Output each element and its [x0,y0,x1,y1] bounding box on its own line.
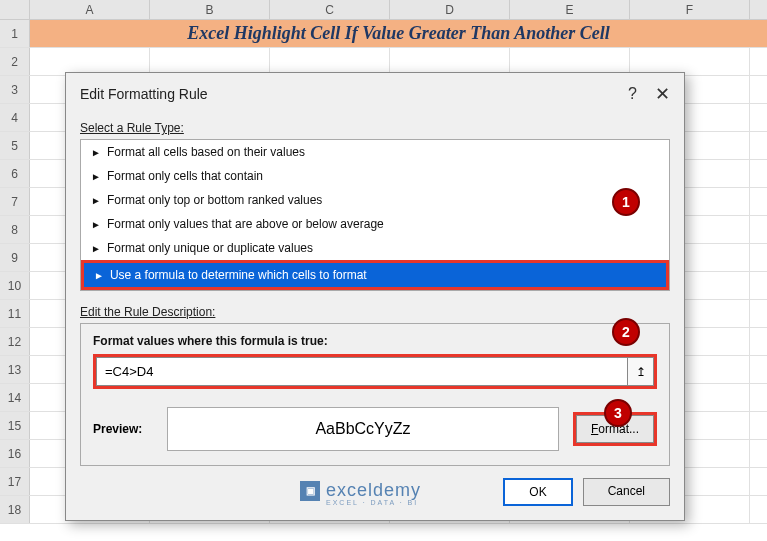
col-header[interactable]: F [630,0,750,19]
rule-type-item[interactable]: ►Format only values that are above or be… [81,212,669,236]
rule-type-item[interactable]: ►Format only top or bottom ranked values [81,188,669,212]
row-header[interactable]: 9 [0,244,30,271]
row-header[interactable]: 5 [0,132,30,159]
cell[interactable] [270,48,390,75]
bullet-icon: ► [91,195,101,206]
ok-button[interactable]: OK [503,478,572,506]
row-header[interactable]: 17 [0,468,30,495]
cell[interactable] [630,48,750,75]
cell[interactable] [390,48,510,75]
column-headers: A B C D E F [0,0,767,20]
bullet-icon: ► [91,243,101,254]
collapse-icon: ↥ [636,365,646,379]
select-rule-type-label: Select a Rule Type: [80,121,670,135]
rule-type-item[interactable]: ►Format all cells based on their values [81,140,669,164]
row-header[interactable]: 16 [0,440,30,467]
row-header[interactable]: 12 [0,328,30,355]
row-header[interactable]: 7 [0,188,30,215]
page-title: Excel Highlight Cell If Value Greater Th… [187,23,609,44]
row-header[interactable]: 14 [0,384,30,411]
col-header[interactable]: B [150,0,270,19]
row-header[interactable]: 11 [0,300,30,327]
help-button[interactable]: ? [628,85,637,103]
title-cell[interactable]: Excel Highlight Cell If Value Greater Th… [30,20,767,47]
bullet-icon: ► [94,270,104,281]
close-button[interactable]: ✕ [655,83,670,105]
row-header[interactable]: 3 [0,76,30,103]
rule-type-item-formula[interactable]: ►Use a formula to determine which cells … [84,263,666,287]
watermark-icon: ▣ [300,481,320,501]
range-selector-button[interactable]: ↥ [628,357,654,386]
bullet-icon: ► [91,147,101,158]
col-header[interactable]: C [270,0,390,19]
formula-input[interactable] [96,357,628,386]
row-header[interactable]: 18 [0,496,30,523]
preview-box: AaBbCcYyZz [167,407,559,451]
dialog-titlebar[interactable]: Edit Formatting Rule ? ✕ [66,73,684,115]
watermark-sub: EXCEL · DATA · BI [326,499,421,506]
formula-input-highlight: ↥ [93,354,657,389]
row-header[interactable]: 4 [0,104,30,131]
col-header[interactable]: E [510,0,630,19]
callout-2: 2 [612,318,640,346]
format-values-label: Format values where this formula is true… [93,334,657,348]
bullet-icon: ► [91,219,101,230]
rule-label: Format only values that are above or bel… [107,217,384,231]
watermark: ▣ exceldemy EXCEL · DATA · BI [300,480,421,506]
callout-3: 3 [604,399,632,427]
select-all-corner[interactable] [0,0,30,19]
dialog-title: Edit Formatting Rule [80,86,208,102]
rule-label: Format all cells based on their values [107,145,305,159]
col-header[interactable]: D [390,0,510,19]
cancel-button[interactable]: Cancel [583,478,670,506]
rule-type-list: ►Format all cells based on their values … [80,139,670,291]
watermark-name: exceldemy [326,480,421,501]
edit-rule-description-label: Edit the Rule Description: [80,305,670,319]
row-header[interactable]: 1 [0,20,30,47]
col-header[interactable]: A [30,0,150,19]
row-header[interactable]: 13 [0,356,30,383]
rule-label: Use a formula to determine which cells t… [110,268,367,282]
callout-1: 1 [612,188,640,216]
edit-formatting-rule-dialog: Edit Formatting Rule ? ✕ Select a Rule T… [65,72,685,521]
title-row: 1 Excel Highlight Cell If Value Greater … [0,20,767,48]
cell[interactable] [150,48,270,75]
row-header[interactable]: 10 [0,272,30,299]
rule-label: Format only cells that contain [107,169,263,183]
preview-label: Preview: [93,422,153,436]
cell[interactable] [30,48,150,75]
row-header[interactable]: 8 [0,216,30,243]
rule-label: Format only top or bottom ranked values [107,193,322,207]
row-header[interactable]: 2 [0,48,30,75]
row-header[interactable]: 6 [0,160,30,187]
rule-label: Format only unique or duplicate values [107,241,313,255]
rule-description-box: Format values where this formula is true… [80,323,670,466]
rule-type-item[interactable]: ►Format only cells that contain [81,164,669,188]
bullet-icon: ► [91,171,101,182]
cell[interactable] [510,48,630,75]
rule-type-item[interactable]: ►Format only unique or duplicate values [81,236,669,260]
row-header[interactable]: 15 [0,412,30,439]
